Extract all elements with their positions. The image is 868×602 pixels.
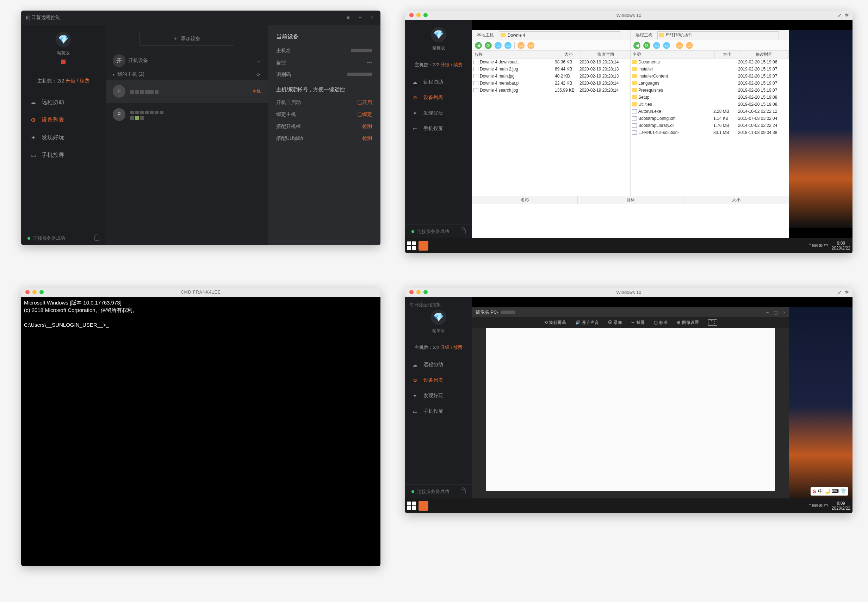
refresh-icon[interactable]: ⟳	[485, 42, 492, 49]
close-icon[interactable]: ×	[783, 310, 785, 315]
lock-icon[interactable]	[94, 236, 100, 241]
system-tray[interactable]: ˄ ⌨ ✉ 中 9:082020/2/22	[809, 241, 850, 251]
new-folder-icon[interactable]: ▭	[517, 42, 525, 49]
boot-device-row[interactable]: 开 开机设备 ⌄	[106, 52, 268, 69]
local-path-input[interactable]: Downie 4	[499, 31, 620, 39]
close-icon[interactable]: ×	[369, 14, 375, 21]
paste-icon[interactable]: ▭	[504, 42, 511, 49]
file-row[interactable]: Downie 4 download .98.36 KB2020-02-19 20…	[472, 58, 630, 66]
nav-remote-assist[interactable]: ☁远程协助	[405, 74, 472, 90]
fullscreen-icon[interactable]: ⤢	[838, 12, 842, 18]
folder-icon	[659, 33, 664, 37]
app-title: 向日葵远程控制	[405, 300, 472, 309]
delete-icon[interactable]: ▭	[527, 42, 534, 49]
delete-icon[interactable]: ▭	[686, 42, 693, 49]
file-row[interactable]: BootstrapConfig.xml1.14 KB2015-07-08 03:…	[631, 115, 789, 122]
copy-icon[interactable]: ▭	[494, 42, 502, 49]
add-device-button[interactable]: ＋添加设备	[139, 32, 234, 46]
camera-view	[486, 328, 775, 491]
back-icon[interactable]: ◀	[475, 42, 482, 49]
taskbar-app-icon[interactable]	[418, 241, 429, 250]
edition-label: 精英版	[57, 50, 70, 56]
image-settings-button[interactable]: ⚙ 图像设置	[677, 320, 699, 326]
refresh-icon[interactable]: ⟳	[256, 72, 261, 77]
screenshot-button[interactable]: ✂ 截屏	[631, 320, 644, 326]
traffic-lights[interactable]	[21, 287, 48, 297]
detect-link[interactable]: 检测	[362, 123, 372, 130]
file-row[interactable]: Downie 4 search.jpg135.99 KB2020-02-19 2…	[472, 87, 630, 94]
remote-window-camera: Windows 10 ⤢✲ 向日葵远程控制 💎 精英版 主机数：2/2 升级 /…	[405, 287, 853, 513]
remote-column: 远程主机 E:\打印机插件 ◀ ⟳ ▭ ▭ ▭ ▭ 名称	[631, 30, 789, 196]
refresh-icon[interactable]: ⟳	[643, 42, 650, 49]
windows-taskbar: ˄ ⌨ ✉ 中 9:082020/2/22	[405, 238, 853, 253]
file-icon	[473, 88, 478, 92]
record-button[interactable]: ⦿ 录像	[608, 320, 622, 326]
fullscreen-icon[interactable]: ⤢	[838, 289, 842, 295]
file-row[interactable]: Downie 4 main.jpg40.2 KB2020-02-19 20:28…	[472, 72, 630, 80]
minimize-icon[interactable]: −	[357, 14, 364, 21]
file-row[interactable]: BootstrapLibrary.dll1.76 MB2014-10-02 02…	[631, 122, 789, 129]
menu-icon[interactable]: ≡	[344, 14, 352, 21]
file-row[interactable]: Installer2019-02-20 15:19:07	[631, 66, 789, 72]
file-row[interactable]: LJ-M401-full-solution-83.1 MB2018-11-08 …	[631, 129, 789, 136]
file-icon	[632, 131, 637, 135]
clock[interactable]: 9:082020/2/22	[832, 241, 850, 251]
autostart-status[interactable]: 已开启	[357, 100, 372, 106]
device-row[interactable]: F 本机	[106, 80, 268, 103]
bind-status[interactable]: 已绑定	[357, 111, 372, 118]
system-tray[interactable]: ˄ ⌨ ✉ 中 9:092020/2/22	[809, 501, 850, 511]
copy-icon[interactable]: ▭	[653, 42, 660, 49]
ime-toolbar[interactable]: S 中 🌙 ⌨ 👕	[811, 487, 848, 496]
settings-icon[interactable]: ✲	[845, 12, 849, 18]
my-hosts-header[interactable]: ▾ 我的主机 (2) ⟳	[106, 69, 268, 80]
remote-path-input[interactable]: E:\打印机插件	[657, 31, 779, 39]
nav-device-list[interactable]: ⚙设备列表	[405, 373, 472, 388]
file-row[interactable]: Autorun.exe2.28 MB2014-10-02 02:22:12	[631, 108, 789, 115]
taskbar-app-icon[interactable]	[418, 501, 429, 511]
start-button[interactable]	[407, 502, 416, 510]
nav-remote-assist[interactable]: ☁远程协助	[21, 94, 106, 111]
lock-icon[interactable]	[461, 489, 466, 494]
traffic-lights[interactable]	[405, 287, 432, 297]
folder-icon	[501, 33, 505, 37]
maximize-icon[interactable]: ▢	[774, 310, 778, 315]
nav-discover[interactable]: ✦发现好玩	[21, 129, 106, 146]
fullscreen-icon[interactable]: ⛶	[708, 319, 717, 326]
rotate-button[interactable]: ⟲ 旋转屏幕	[544, 320, 566, 326]
traffic-lights[interactable]	[405, 11, 432, 20]
detect-link[interactable]: 检测	[362, 135, 372, 142]
lock-icon[interactable]	[461, 229, 466, 234]
terminal-output[interactable]: Microsoft Windows [版本 10.0.17763.973] (c…	[21, 297, 380, 566]
sound-button[interactable]: 🔊 开启声音	[575, 320, 599, 326]
file-row[interactable]: Prerequisites2019-02-20 15:19:07	[631, 87, 789, 94]
upgrade-link[interactable]: 升级 / 续费	[66, 78, 89, 83]
file-row[interactable]: Setup2019-02-20 15:19:08	[631, 94, 789, 101]
quality-button[interactable]: ▢ 标准	[654, 320, 667, 326]
settings-icon[interactable]: ✲	[845, 289, 849, 295]
file-row[interactable]: Languages2019-02-20 15:19:07	[631, 80, 789, 87]
folder-icon	[632, 67, 637, 71]
file-row[interactable]: Utilities2019-02-20 15:19:08	[631, 101, 789, 108]
nav-remote-assist[interactable]: ☁远程协助	[405, 357, 472, 373]
nav-phone-cast[interactable]: ▭手机投屏	[21, 146, 106, 164]
file-row[interactable]: Downie 4 menubar.p22.42 KB2020-02-19 20:…	[472, 80, 630, 87]
file-row[interactable]: Documents2019-02-20 15:19:06	[631, 58, 789, 66]
upgrade-link[interactable]: 升级 / 续费	[440, 62, 462, 67]
nav-discover[interactable]: ✦发现好玩	[405, 105, 472, 121]
new-folder-icon[interactable]: ▭	[676, 42, 683, 49]
file-row[interactable]: InstallerContent2019-02-20 15:19:07	[631, 72, 789, 80]
nav-discover[interactable]: ✦发现好玩	[405, 388, 472, 404]
device-row[interactable]: F	[106, 103, 268, 126]
start-button[interactable]	[407, 241, 416, 250]
minimize-icon[interactable]: −	[766, 310, 769, 315]
nav-phone-cast[interactable]: ▭手机投屏	[405, 121, 472, 137]
back-icon[interactable]: ◀	[634, 42, 640, 49]
file-row[interactable]: Downie 4 main 2.jpg69.44 KB2020-02-19 20…	[472, 66, 630, 72]
clock[interactable]: 9:092020/2/22	[832, 501, 850, 511]
nav-phone-cast[interactable]: ▭手机投屏	[405, 404, 472, 419]
paste-icon[interactable]: ▭	[663, 42, 670, 49]
upgrade-link[interactable]: 升级 / 续费	[440, 345, 462, 350]
nav-device-list[interactable]: ⚙设备列表	[405, 90, 472, 105]
nav-device-list[interactable]: ⚙设备列表	[21, 111, 106, 129]
cast-icon: ▭	[30, 152, 37, 158]
